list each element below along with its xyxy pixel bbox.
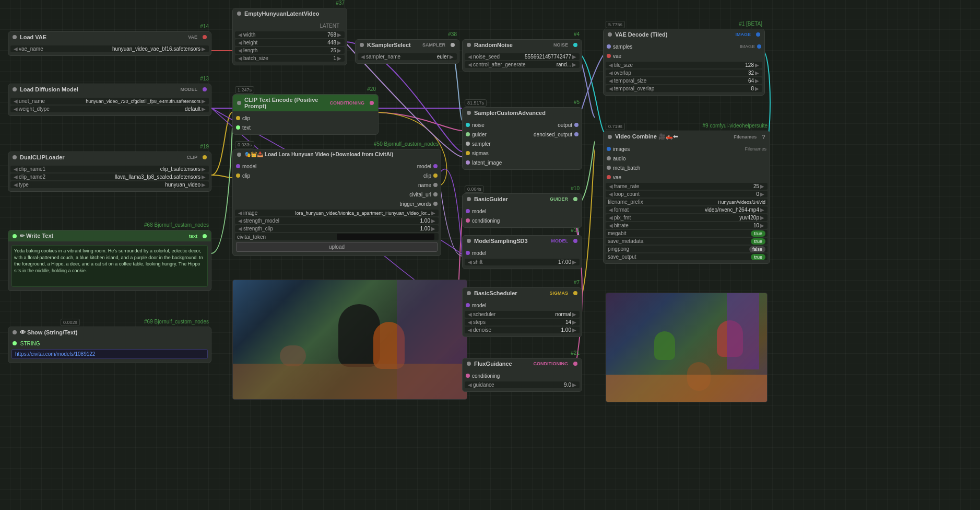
st-l[interactable]: ◀ [467, 319, 473, 325]
field-filename-prefix[interactable]: filename_prefix Hunyuan/videos/24/vid [606, 199, 768, 205]
gd-r[interactable]: ▶ [571, 382, 577, 388]
a-l3[interactable]: ◀ [13, 182, 19, 188]
arrow-right-2[interactable]: ▶ [200, 106, 207, 112]
lc-l[interactable]: ◀ [608, 191, 614, 197]
field-loop-count[interactable]: ◀ loop_count 0 ▶ [606, 191, 768, 198]
field-clip1[interactable]: ◀ clip_name1 clip_l.safetensors ▶ [10, 166, 209, 172]
sc-r[interactable]: ▶ [430, 226, 436, 231]
sn-l[interactable]: ◀ [360, 54, 366, 60]
dn-r[interactable]: ▶ [571, 327, 577, 333]
sc-l2[interactable]: ◀ [467, 311, 473, 317]
upload-button[interactable]: upload [236, 242, 438, 252]
field-pix-fmt[interactable]: ◀ pix_fmt yuv420p ▶ [606, 214, 768, 221]
field-image[interactable]: ◀ image lora_hunyuan_video/Monica_s_apar… [235, 210, 439, 216]
ts-l[interactable]: ◀ [608, 62, 614, 68]
ns-l[interactable]: ◀ [467, 54, 473, 60]
ov-l[interactable]: ◀ [608, 70, 614, 76]
fr-r[interactable]: ▶ [759, 183, 765, 189]
ts-r[interactable]: ▶ [754, 62, 760, 68]
field-save-output[interactable]: save_output true [606, 253, 768, 260]
field-frame-rate[interactable]: ◀ frame_rate 25 ▶ [606, 183, 768, 190]
field-noise-seed[interactable]: ◀ noise_seed 5556621457742477 ▶ [465, 53, 580, 60]
b-r[interactable]: ▶ [336, 55, 343, 61]
ov-r[interactable]: ▶ [754, 70, 760, 76]
field-sampler-name[interactable]: ◀ sampler_name euler ▶ [358, 53, 457, 60]
field-vae-name[interactable]: ◀ vae_name hunyuan_video_vae_bf16.safete… [10, 45, 209, 52]
field-denoise[interactable]: ◀ denoise 1.00 ▶ [465, 327, 580, 333]
ns-r[interactable]: ▶ [571, 54, 577, 60]
field-strength-model[interactable]: ◀ strength_model 1.00 ▶ [235, 217, 439, 224]
field-unet-name[interactable]: ◀ unet_name hunyuan_video_720_cfgdistill… [10, 98, 209, 105]
field-control-after[interactable]: ◀ control_after_generate rand... ▶ [465, 61, 580, 68]
br-l[interactable]: ◀ [608, 223, 614, 228]
field-clip2[interactable]: ◀ clip_name2 llava_llama3_fp8_scaled.saf… [10, 173, 209, 180]
ca-l[interactable]: ◀ [467, 62, 473, 67]
field-weight-dtype[interactable]: ◀ weight_dtype default ▶ [10, 106, 209, 112]
w-r[interactable]: ▶ [336, 32, 343, 38]
tov-l[interactable]: ◀ [608, 86, 614, 91]
toggle-save-meta[interactable]: true [751, 238, 765, 244]
field-tile-size[interactable]: ◀ tile_size 128 ▶ [606, 62, 762, 68]
field-megabit[interactable]: megabit true [606, 230, 768, 237]
field-format[interactable]: ◀ format video/nvenc_h264-mp4 ▶ [606, 206, 768, 213]
field-scheduler[interactable]: ◀ scheduler normal ▶ [465, 311, 580, 318]
field-type[interactable]: ◀ type hunyuan_video ▶ [10, 181, 209, 188]
img-l[interactable]: ◀ [237, 210, 243, 216]
h-l[interactable]: ◀ [237, 40, 243, 45]
br-r[interactable]: ▶ [759, 223, 765, 228]
field-arrow-right[interactable]: ▶ [200, 46, 207, 52]
st-r[interactable]: ▶ [571, 319, 577, 325]
field-guidance[interactable]: ◀ guidance 9.0 ▶ [465, 381, 580, 388]
fmt-r[interactable]: ▶ [759, 207, 765, 213]
sh-r[interactable]: ▶ [571, 259, 577, 265]
ca-r[interactable]: ▶ [571, 62, 577, 67]
tov-r[interactable]: ▶ [754, 86, 760, 91]
field-height[interactable]: ◀ height 448 ▶ [235, 39, 345, 46]
pf-l[interactable]: ◀ [608, 215, 614, 221]
toggle-save-output[interactable]: true [751, 254, 765, 260]
fmt-l[interactable]: ◀ [608, 207, 614, 213]
h-r[interactable]: ▶ [336, 40, 343, 45]
arrow-left-2[interactable]: ◀ [13, 106, 19, 112]
tms-r[interactable]: ▶ [754, 78, 760, 84]
fr-l[interactable]: ◀ [608, 183, 614, 189]
url-field[interactable]: https://civitai.com/models/1089122 [11, 349, 208, 359]
field-width[interactable]: ◀ width 768 ▶ [235, 31, 345, 38]
sc-l[interactable]: ◀ [237, 226, 243, 231]
toggle-megabit[interactable]: true [751, 230, 765, 236]
sm-r[interactable]: ▶ [430, 218, 436, 224]
field-steps[interactable]: ◀ steps 14 ▶ [465, 319, 580, 326]
w-l[interactable]: ◀ [237, 32, 243, 38]
sn-r[interactable]: ▶ [448, 54, 455, 60]
b-l[interactable]: ◀ [237, 55, 243, 61]
a-r[interactable]: ▶ [200, 166, 207, 172]
field-length[interactable]: ◀ length 25 ▶ [235, 47, 345, 54]
tms-l[interactable]: ◀ [608, 78, 614, 84]
a-r2[interactable]: ▶ [200, 174, 207, 180]
l-l[interactable]: ◀ [237, 48, 243, 53]
field-pingpong[interactable]: pingpong false [606, 246, 768, 252]
field-arrow-left[interactable]: ◀ [13, 46, 19, 52]
l-r[interactable]: ▶ [336, 48, 343, 53]
toggle-pingpong[interactable]: false [749, 246, 765, 252]
pf-r[interactable]: ▶ [759, 215, 765, 221]
sh-l[interactable]: ◀ [467, 259, 473, 265]
dn-l[interactable]: ◀ [467, 327, 473, 333]
sc-r2[interactable]: ▶ [571, 311, 577, 317]
a-l2[interactable]: ◀ [13, 174, 19, 180]
field-bitrate[interactable]: ◀ bitrate 10 ▶ [606, 222, 768, 229]
a-l[interactable]: ◀ [13, 166, 19, 172]
field-civitai-token[interactable]: civitai_token [235, 233, 439, 240]
field-batch[interactable]: ◀ batch_size 1 ▶ [235, 55, 345, 62]
field-temporal-size[interactable]: ◀ temporal_size 64 ▶ [606, 77, 762, 84]
field-temporal-overlap[interactable]: ◀ temporal_overlap 8 ▶ [606, 85, 762, 92]
field-shift[interactable]: ◀ shift 17.00 ▶ [465, 259, 580, 265]
a-r3[interactable]: ▶ [200, 182, 207, 188]
sm-l[interactable]: ◀ [237, 218, 243, 224]
img-r[interactable]: ▶ [430, 210, 436, 216]
field-strength-clip[interactable]: ◀ strength_clip 1.00 ▶ [235, 225, 439, 232]
gd-l[interactable]: ◀ [467, 382, 473, 388]
field-save-metadata[interactable]: save_metadata true [606, 238, 768, 245]
arrow-right[interactable]: ▶ [200, 98, 207, 104]
field-overlap[interactable]: ◀ overlap 32 ▶ [606, 69, 762, 76]
